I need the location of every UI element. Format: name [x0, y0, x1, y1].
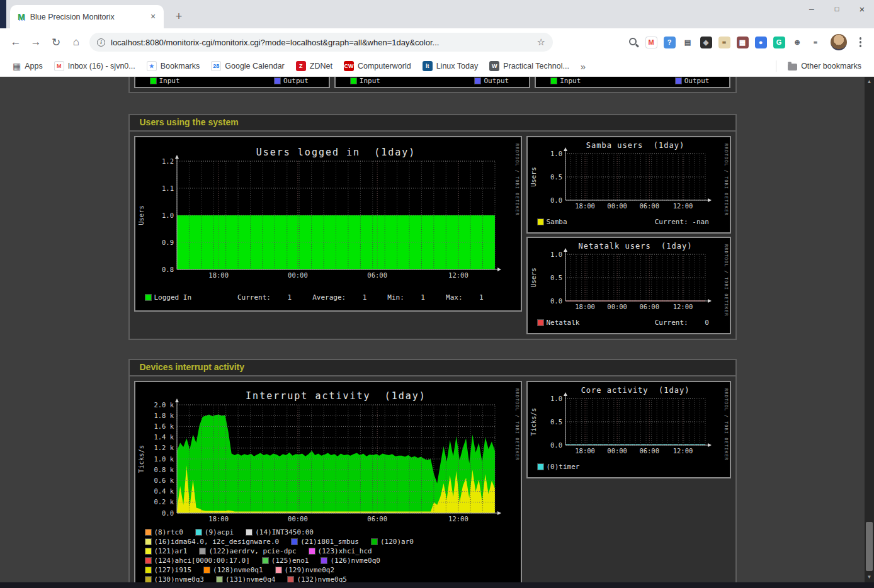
svg-text:Ticks/s: Ticks/s [137, 445, 145, 473]
legend-item: (124)ahci[0000:00:17.0] [145, 557, 250, 565]
svg-text:0.8: 0.8 [162, 266, 174, 273]
legend-label: (129)nvme0q2 [285, 566, 334, 574]
legend-color-swatch [276, 567, 281, 573]
other-bookmarks-button[interactable]: Other bookmarks [783, 60, 866, 72]
svg-text:1.8 k: 1.8 k [154, 412, 174, 419]
bookmarks-separator [776, 60, 776, 72]
site-info-icon[interactable]: i [97, 38, 105, 47]
svg-text:0.5: 0.5 [550, 274, 562, 281]
svg-text:0.6 k: 0.6 k [154, 477, 174, 484]
bookmark-label: Linux Today [436, 62, 479, 71]
legend-label: Input [360, 77, 380, 85]
netatalk-chart-svg: 0.00.51.018:0000:0006:0012:00Netatalk us… [529, 240, 725, 314]
legend-color-swatch [309, 548, 315, 554]
partial-input-swatch [351, 78, 356, 84]
graph-panel-partial-2[interactable]: Input Output [334, 77, 530, 88]
other-bookmarks-label: Other bookmarks [801, 62, 861, 71]
graph-panel-partial-1[interactable]: Input Output [134, 77, 330, 88]
window-maximize-button[interactable]: □ [832, 4, 841, 14]
scrollbar[interactable]: ▲ ▼ [865, 77, 874, 582]
tab-title: Blue Precision Monitorix [30, 13, 142, 21]
tab-strip: M Blue Precision Monitorix × + – □ × [0, 0, 874, 28]
bookmark-item[interactable]: ZZDNet [291, 59, 338, 73]
bookmarks-overflow-icon[interactable]: » [576, 61, 591, 72]
legend-label: (120)ar0 [380, 538, 414, 546]
svg-text:1.4 k: 1.4 k [154, 433, 174, 441]
chart-legend: Logged In Current: 1 Average: 1 Min: 1 M… [145, 293, 519, 302]
stack-ext-icon[interactable]: ≡ [718, 37, 730, 48]
svg-text:06:00: 06:00 [367, 515, 387, 523]
bookmark-item[interactable]: ★Bookmarks [142, 59, 205, 73]
legend-label: Netatalk Current: 0 [547, 319, 709, 327]
legend-color-swatch [145, 548, 151, 554]
grammarly-ext-icon[interactable]: G [773, 37, 785, 48]
svg-text:06:00: 06:00 [639, 202, 659, 210]
partial-output-swatch [475, 78, 480, 84]
bookmark-star-icon[interactable]: ☆ [537, 37, 545, 48]
chart-legend: (0)timer [538, 463, 729, 471]
samba-chart: 0.00.51.018:0000:0006:0012:00Samba users… [529, 140, 729, 226]
copy-pages-ext-icon[interactable]: ▤ [682, 37, 694, 48]
camera-ext-icon[interactable]: ● [755, 37, 767, 48]
url-bar[interactable]: i localhost:8080/monitorix-cgi/monitorix… [89, 33, 553, 52]
svg-text:00:00: 00:00 [288, 515, 308, 523]
legend-item: (125)eno1 [263, 557, 309, 565]
reload-button[interactable]: ↻ [47, 33, 65, 52]
bookmark-label: Google Calendar [225, 62, 285, 71]
legend-color-swatch [246, 529, 252, 535]
rrdtool-watermark: RRDTOOL / TOBI OETIKER [724, 144, 729, 216]
profile-avatar[interactable] [831, 34, 847, 50]
users-chart: 0.80.91.01.11.218:0000:0006:0012:00Users… [137, 142, 519, 302]
bookmark-item[interactable]: WPractical Technol... [484, 59, 574, 73]
users-graph-panel[interactable]: 0.80.91.01.11.218:0000:0006:0012:00Users… [134, 136, 522, 312]
bookmark-item[interactable]: CWComputerworld [339, 59, 416, 73]
bookmark-item[interactable]: MInbox (16) - sjvn0... [49, 59, 140, 73]
apps-button[interactable]: ▦ Apps [8, 59, 48, 73]
home-button[interactable]: ⌂ [67, 33, 86, 52]
legend-label: (124)ahci[0000:00:17.0] [154, 557, 250, 565]
new-tab-button[interactable]: + [170, 8, 188, 25]
scrollbar-thumb[interactable] [866, 522, 873, 571]
netatalk-graph-panel[interactable]: 0.00.51.018:0000:0006:0012:00Netatalk us… [526, 237, 731, 334]
grid-ext-icon[interactable]: ▦ [737, 37, 749, 48]
search-ext-icon[interactable] [627, 37, 639, 48]
wordpress-bookmark-icon: W [489, 61, 499, 71]
scroll-up-button[interactable]: ▲ [865, 77, 874, 87]
browser-tab[interactable]: M Blue Precision Monitorix × [10, 5, 164, 28]
svg-text:Netatalk users (1day): Netatalk users (1day) [578, 242, 692, 251]
scroll-down-button[interactable]: ▼ [865, 572, 874, 582]
gmail-ext-icon[interactable]: M [645, 37, 657, 48]
section-users: Users using the system 0.80.91.01.11.218… [128, 114, 737, 340]
svg-text:06:00: 06:00 [639, 447, 659, 455]
extensions-puzzle-icon[interactable]: ⊕ [792, 37, 803, 48]
graph-panel-partial-3[interactable]: Input Output [535, 77, 730, 88]
dark-theme-ext-icon[interactable]: ◆ [700, 37, 712, 48]
menu-kebab-icon[interactable] [856, 34, 866, 50]
svg-text:1.2: 1.2 [162, 157, 174, 165]
svg-text:Core activity (1day): Core activity (1day) [581, 386, 690, 395]
bookmark-item[interactable]: ltLinux Today [417, 59, 484, 73]
legend-color-swatch [321, 558, 327, 563]
bookmark-item[interactable]: 28Google Calendar [206, 59, 290, 73]
samba-graph-panel[interactable]: 0.00.51.018:0000:0006:0012:00Samba users… [526, 136, 731, 234]
core-graph-panel[interactable]: 0.00.51.018:0000:0006:0012:00Core activi… [526, 381, 731, 478]
back-button[interactable]: ← [6, 33, 25, 52]
browser-window: M Blue Precision Monitorix × + – □ × ← →… [0, 0, 874, 588]
bookmark-label: Practical Technol... [503, 62, 569, 71]
help-ext-icon[interactable]: ? [664, 37, 676, 48]
window-close-button[interactable]: × [858, 4, 866, 14]
apps-label: Apps [25, 62, 43, 71]
legend-label: (121)ar1 [154, 547, 188, 555]
url-text[interactable]: localhost:8080/monitorix-cgi/monitorix.c… [111, 38, 531, 47]
svg-text:1.6 k: 1.6 k [154, 422, 174, 430]
window-minimize-button[interactable]: – [807, 4, 816, 14]
svg-text:18:00: 18:00 [575, 202, 595, 210]
core-chart-svg: 0.00.51.018:0000:0006:0012:00Core activi… [529, 385, 725, 458]
interrupt-graph-panel[interactable]: 0.00.2 k0.4 k0.6 k0.8 k1.0 k1.2 k1.4 k1.… [134, 381, 522, 588]
legend-color-swatch [538, 219, 543, 225]
bookmarks-bar: ▦ Apps MInbox (16) - sjvn0...★Bookmarks2… [0, 56, 874, 77]
legend-label: (0)timer [547, 463, 580, 471]
sidebar-lines-icon[interactable]: ≡ [810, 37, 822, 48]
forward-button[interactable]: → [26, 33, 45, 52]
tab-close-icon[interactable]: × [147, 11, 159, 23]
